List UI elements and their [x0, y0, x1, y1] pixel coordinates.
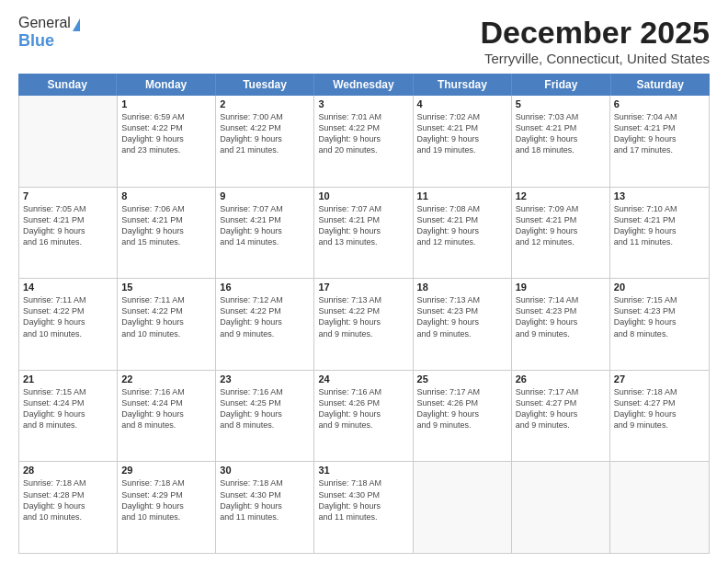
- logo-blue-text: Blue: [18, 31, 54, 51]
- cell-info: Sunrise: 7:14 AM Sunset: 4:23 PM Dayligh…: [516, 294, 606, 339]
- cell-day-number: 13: [614, 190, 705, 201]
- calendar: SundayMondayTuesdayWednesdayThursdayFrid…: [18, 74, 710, 554]
- cell-day-number: 14: [23, 282, 113, 293]
- calendar-cell: 31Sunrise: 7:18 AM Sunset: 4:30 PM Dayli…: [314, 462, 413, 553]
- cell-day-number: 26: [516, 373, 606, 385]
- cell-info: Sunrise: 7:18 AM Sunset: 4:28 PM Dayligh…: [23, 477, 113, 523]
- cell-info: Sunrise: 7:16 AM Sunset: 4:24 PM Dayligh…: [121, 386, 211, 431]
- calendar-cell: [414, 462, 512, 553]
- weekday-header-friday: Friday: [512, 74, 610, 96]
- cell-day-number: 25: [417, 373, 507, 385]
- title-block: December 2025 Terryville, Connecticut, U…: [480, 15, 710, 66]
- cell-info: Sunrise: 7:08 AM Sunset: 4:21 PM Dayligh…: [417, 203, 507, 248]
- calendar-cell: 13Sunrise: 7:10 AM Sunset: 4:21 PM Dayli…: [610, 188, 709, 279]
- calendar-cell: [512, 462, 610, 553]
- calendar-row-1: 7Sunrise: 7:05 AM Sunset: 4:21 PM Daylig…: [19, 188, 709, 280]
- calendar-cell: 9Sunrise: 7:07 AM Sunset: 4:21 PM Daylig…: [216, 188, 314, 279]
- cell-day-number: 15: [121, 282, 211, 293]
- cell-day-number: 30: [220, 465, 310, 476]
- cell-day-number: 11: [417, 190, 507, 201]
- calendar-body: 1Sunrise: 6:59 AM Sunset: 4:22 PM Daylig…: [18, 96, 710, 554]
- header: General Blue December 2025 Terryville, C…: [18, 15, 710, 66]
- cell-info: Sunrise: 7:12 AM Sunset: 4:22 PM Dayligh…: [220, 294, 310, 339]
- cell-day-number: 22: [121, 373, 211, 385]
- cell-info: Sunrise: 7:03 AM Sunset: 4:21 PM Dayligh…: [516, 111, 606, 156]
- calendar-cell: 1Sunrise: 6:59 AM Sunset: 4:22 PM Daylig…: [118, 96, 216, 187]
- calendar-cell: 7Sunrise: 7:05 AM Sunset: 4:21 PM Daylig…: [19, 188, 118, 279]
- location: Terryville, Connecticut, United States: [480, 51, 710, 66]
- calendar-cell: 14Sunrise: 7:11 AM Sunset: 4:22 PM Dayli…: [19, 279, 118, 370]
- cell-day-number: 29: [121, 465, 211, 476]
- cell-day-number: 31: [318, 465, 408, 476]
- calendar-cell: 17Sunrise: 7:13 AM Sunset: 4:22 PM Dayli…: [314, 279, 413, 370]
- calendar-cell: [610, 462, 709, 553]
- calendar-cell: 8Sunrise: 7:06 AM Sunset: 4:21 PM Daylig…: [118, 188, 216, 279]
- weekday-header-tuesday: Tuesday: [216, 74, 314, 96]
- cell-info: Sunrise: 7:04 AM Sunset: 4:21 PM Dayligh…: [614, 111, 705, 156]
- calendar-cell: 11Sunrise: 7:08 AM Sunset: 4:21 PM Dayli…: [414, 188, 512, 279]
- cell-info: Sunrise: 7:17 AM Sunset: 4:26 PM Dayligh…: [417, 386, 507, 431]
- cell-day-number: 18: [417, 282, 507, 293]
- calendar-cell: 28Sunrise: 7:18 AM Sunset: 4:28 PM Dayli…: [19, 462, 118, 553]
- cell-info: Sunrise: 7:15 AM Sunset: 4:24 PM Dayligh…: [23, 386, 113, 431]
- logo-general-text: General: [18, 15, 71, 31]
- cell-info: Sunrise: 7:07 AM Sunset: 4:21 PM Dayligh…: [318, 203, 408, 248]
- cell-day-number: 4: [417, 98, 507, 109]
- cell-day-number: 23: [220, 373, 310, 385]
- cell-day-number: 19: [516, 282, 606, 293]
- calendar-cell: 2Sunrise: 7:00 AM Sunset: 4:22 PM Daylig…: [216, 96, 314, 187]
- calendar-row-4: 28Sunrise: 7:18 AM Sunset: 4:28 PM Dayli…: [19, 462, 709, 553]
- cell-day-number: 2: [220, 98, 310, 109]
- cell-day-number: 17: [318, 282, 408, 293]
- calendar-cell: 16Sunrise: 7:12 AM Sunset: 4:22 PM Dayli…: [216, 279, 314, 370]
- calendar-row-0: 1Sunrise: 6:59 AM Sunset: 4:22 PM Daylig…: [19, 96, 709, 188]
- cell-day-number: 12: [516, 190, 606, 201]
- cell-day-number: 24: [318, 373, 408, 385]
- cell-info: Sunrise: 7:18 AM Sunset: 4:30 PM Dayligh…: [318, 477, 408, 523]
- cell-info: Sunrise: 7:18 AM Sunset: 4:30 PM Dayligh…: [220, 477, 310, 523]
- calendar-cell: 29Sunrise: 7:18 AM Sunset: 4:29 PM Dayli…: [118, 462, 216, 553]
- calendar-cell: 4Sunrise: 7:02 AM Sunset: 4:21 PM Daylig…: [414, 96, 512, 187]
- calendar-cell: 30Sunrise: 7:18 AM Sunset: 4:30 PM Dayli…: [216, 462, 314, 553]
- cell-day-number: 3: [318, 98, 408, 109]
- cell-day-number: 1: [121, 98, 211, 109]
- cell-day-number: 9: [220, 190, 310, 201]
- weekday-header-saturday: Saturday: [611, 74, 710, 96]
- calendar-cell: 3Sunrise: 7:01 AM Sunset: 4:22 PM Daylig…: [314, 96, 413, 187]
- calendar-cell: 18Sunrise: 7:13 AM Sunset: 4:23 PM Dayli…: [414, 279, 512, 370]
- calendar-cell: 26Sunrise: 7:17 AM Sunset: 4:27 PM Dayli…: [512, 371, 610, 462]
- weekday-header-monday: Monday: [117, 74, 215, 96]
- cell-day-number: 27: [614, 373, 705, 385]
- cell-day-number: 21: [23, 373, 113, 385]
- weekday-header-sunday: Sunday: [18, 74, 117, 96]
- logo: General Blue: [18, 15, 80, 51]
- cell-info: Sunrise: 7:10 AM Sunset: 4:21 PM Dayligh…: [614, 203, 705, 248]
- cell-day-number: 10: [318, 190, 408, 201]
- cell-info: Sunrise: 7:02 AM Sunset: 4:21 PM Dayligh…: [417, 111, 507, 156]
- cell-info: Sunrise: 7:18 AM Sunset: 4:27 PM Dayligh…: [614, 386, 705, 431]
- calendar-cell: 15Sunrise: 7:11 AM Sunset: 4:22 PM Dayli…: [118, 279, 216, 370]
- calendar-cell: 25Sunrise: 7:17 AM Sunset: 4:26 PM Dayli…: [414, 371, 512, 462]
- calendar-cell: 22Sunrise: 7:16 AM Sunset: 4:24 PM Dayli…: [118, 371, 216, 462]
- cell-info: Sunrise: 7:05 AM Sunset: 4:21 PM Dayligh…: [23, 203, 113, 248]
- cell-info: Sunrise: 7:11 AM Sunset: 4:22 PM Dayligh…: [121, 294, 211, 339]
- cell-info: Sunrise: 7:17 AM Sunset: 4:27 PM Dayligh…: [516, 386, 606, 431]
- cell-info: Sunrise: 7:13 AM Sunset: 4:22 PM Dayligh…: [318, 294, 408, 339]
- cell-info: Sunrise: 7:11 AM Sunset: 4:22 PM Dayligh…: [23, 294, 113, 339]
- calendar-header: SundayMondayTuesdayWednesdayThursdayFrid…: [18, 74, 710, 96]
- calendar-cell: 23Sunrise: 7:16 AM Sunset: 4:25 PM Dayli…: [216, 371, 314, 462]
- calendar-cell: 20Sunrise: 7:15 AM Sunset: 4:23 PM Dayli…: [610, 279, 709, 370]
- calendar-row-2: 14Sunrise: 7:11 AM Sunset: 4:22 PM Dayli…: [19, 279, 709, 371]
- weekday-header-wednesday: Wednesday: [314, 74, 413, 96]
- calendar-cell: 24Sunrise: 7:16 AM Sunset: 4:26 PM Dayli…: [314, 371, 413, 462]
- cell-day-number: 8: [121, 190, 211, 201]
- cell-info: Sunrise: 7:16 AM Sunset: 4:25 PM Dayligh…: [220, 386, 310, 431]
- cell-info: Sunrise: 7:09 AM Sunset: 4:21 PM Dayligh…: [516, 203, 606, 248]
- month-title: December 2025: [480, 15, 710, 51]
- cell-day-number: 16: [220, 282, 310, 293]
- cell-day-number: 6: [614, 98, 705, 109]
- cell-info: Sunrise: 7:15 AM Sunset: 4:23 PM Dayligh…: [614, 294, 705, 339]
- calendar-page: General Blue December 2025 Terryville, C…: [0, 0, 728, 563]
- calendar-cell: 5Sunrise: 7:03 AM Sunset: 4:21 PM Daylig…: [512, 96, 610, 187]
- cell-info: Sunrise: 7:07 AM Sunset: 4:21 PM Dayligh…: [220, 203, 310, 248]
